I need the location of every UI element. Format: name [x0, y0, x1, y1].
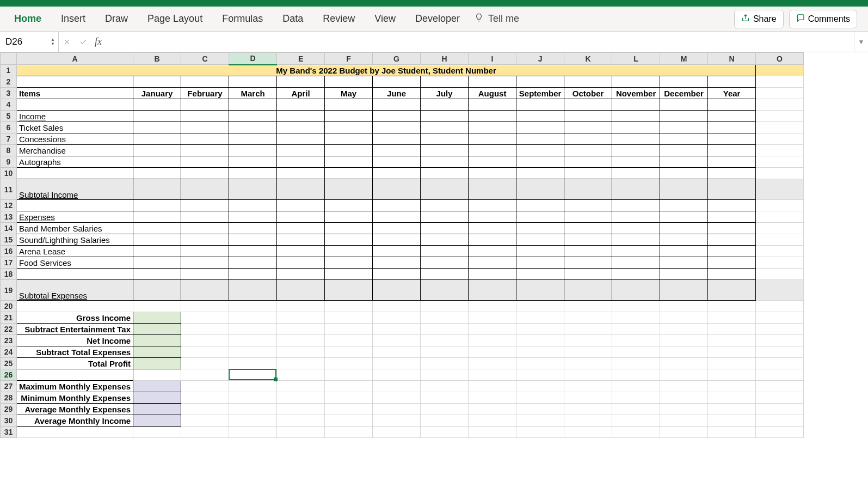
cell-H3[interactable]: July	[421, 88, 469, 99]
cell-F4[interactable]	[325, 99, 373, 111]
cell-G7[interactable]	[373, 133, 421, 145]
col-header-I[interactable]: I	[469, 53, 516, 65]
cell-F10[interactable]	[325, 168, 373, 179]
cell-L21[interactable]	[612, 312, 660, 324]
cell-I15[interactable]	[469, 234, 516, 246]
cell-C5[interactable]	[181, 111, 229, 122]
cell-J15[interactable]	[516, 234, 564, 246]
cell-D26[interactable]	[229, 369, 277, 381]
cell-D8[interactable]	[229, 145, 277, 156]
row-header-2[interactable]: 2	[1, 76, 17, 88]
cell-O1[interactable]	[756, 65, 804, 76]
cell-I25[interactable]	[469, 358, 516, 369]
cell-C9[interactable]	[181, 156, 229, 168]
cell-D9[interactable]	[229, 156, 277, 168]
cell-I2[interactable]	[469, 76, 516, 88]
cell-L11[interactable]	[612, 179, 660, 200]
cell-H9[interactable]	[421, 156, 469, 168]
cell-D22[interactable]	[229, 324, 277, 335]
cell-O31[interactable]	[756, 427, 804, 438]
cell-N24[interactable]	[708, 346, 756, 358]
cell-E15[interactable]	[277, 234, 325, 246]
cell-J7[interactable]	[516, 133, 564, 145]
cell-B6[interactable]	[133, 122, 181, 133]
cell-D25[interactable]	[229, 358, 277, 369]
cell-I21[interactable]	[469, 312, 516, 324]
cell-F15[interactable]	[325, 234, 373, 246]
cell-L30[interactable]	[612, 415, 660, 427]
row-header-5[interactable]: 5	[1, 111, 17, 122]
cell-G30[interactable]	[373, 415, 421, 427]
formula-input[interactable]	[105, 32, 854, 52]
cell-G9[interactable]	[373, 156, 421, 168]
cell-A28[interactable]: Minimum Monthly Expenses	[17, 392, 133, 404]
cell-G26[interactable]	[373, 369, 421, 381]
cell-C13[interactable]	[181, 211, 229, 223]
cell-C8[interactable]	[181, 145, 229, 156]
name-box[interactable]: D26 ▲ ▼	[0, 32, 59, 52]
cell-I20[interactable]	[469, 301, 516, 312]
cell-L10[interactable]	[612, 168, 660, 179]
row-header-8[interactable]: 8	[1, 145, 17, 156]
row-header-23[interactable]: 23	[1, 335, 17, 346]
cell-C26[interactable]	[181, 369, 229, 381]
cell-K3[interactable]: October	[564, 88, 612, 99]
cell-B25[interactable]	[133, 358, 181, 369]
cell-E5[interactable]	[277, 111, 325, 122]
tab-review[interactable]: Review	[313, 8, 365, 30]
cell-I26[interactable]	[469, 369, 516, 381]
cell-L9[interactable]	[612, 156, 660, 168]
cell-E31[interactable]	[277, 427, 325, 438]
cell-D21[interactable]	[229, 312, 277, 324]
cell-M11[interactable]	[660, 179, 708, 200]
cell-D31[interactable]	[229, 427, 277, 438]
cell-H14[interactable]	[421, 223, 469, 234]
cell-F9[interactable]	[325, 156, 373, 168]
cell-B31[interactable]	[133, 427, 181, 438]
col-header-C[interactable]: C	[181, 53, 229, 65]
cell-G2[interactable]	[373, 76, 421, 88]
cell-N23[interactable]	[708, 335, 756, 346]
cell-M8[interactable]	[660, 145, 708, 156]
cell-I4[interactable]	[469, 99, 516, 111]
row-header-20[interactable]: 20	[1, 301, 17, 312]
cell-G29[interactable]	[373, 404, 421, 415]
cell-E3[interactable]: April	[277, 88, 325, 99]
cell-B9[interactable]	[133, 156, 181, 168]
tab-draw[interactable]: Draw	[95, 8, 138, 30]
cell-M19[interactable]	[660, 280, 708, 301]
cell-G15[interactable]	[373, 234, 421, 246]
cell-L15[interactable]	[612, 234, 660, 246]
col-header-D[interactable]: D	[229, 53, 277, 65]
cell-M4[interactable]	[660, 99, 708, 111]
cell-M26[interactable]	[660, 369, 708, 381]
cell-A2[interactable]	[17, 76, 133, 88]
cell-L4[interactable]	[612, 99, 660, 111]
cell-D27[interactable]	[229, 381, 277, 392]
cell-A5[interactable]: Income	[17, 111, 133, 122]
cell-K20[interactable]	[564, 301, 612, 312]
cell-F31[interactable]	[325, 427, 373, 438]
cell-B16[interactable]	[133, 246, 181, 257]
cell-O17[interactable]	[756, 257, 804, 269]
cell-K24[interactable]	[564, 346, 612, 358]
cell-F18[interactable]	[325, 269, 373, 280]
cell-M14[interactable]	[660, 223, 708, 234]
cell-F25[interactable]	[325, 358, 373, 369]
cell-H16[interactable]	[421, 246, 469, 257]
cell-J22[interactable]	[516, 324, 564, 335]
cell-N28[interactable]	[708, 392, 756, 404]
cell-M28[interactable]	[660, 392, 708, 404]
cell-K26[interactable]	[564, 369, 612, 381]
cell-D30[interactable]	[229, 415, 277, 427]
comments-button[interactable]: Comments	[789, 10, 857, 28]
cell-N2[interactable]	[708, 76, 756, 88]
cell-F19[interactable]	[325, 280, 373, 301]
cell-H26[interactable]	[421, 369, 469, 381]
cell-O25[interactable]	[756, 358, 804, 369]
cell-K23[interactable]	[564, 335, 612, 346]
cell-N6[interactable]	[708, 122, 756, 133]
cell-C30[interactable]	[181, 415, 229, 427]
cell-O21[interactable]	[756, 312, 804, 324]
cell-I27[interactable]	[469, 381, 516, 392]
